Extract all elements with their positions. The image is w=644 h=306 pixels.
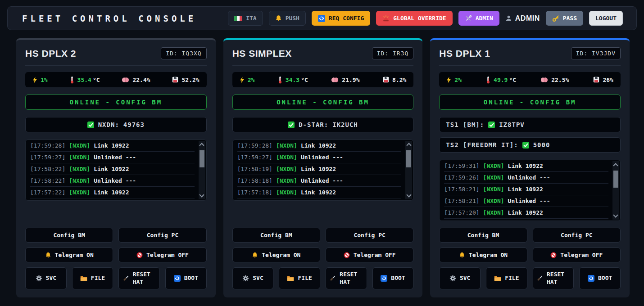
power-stat: 2% [446, 76, 462, 83]
pass-button[interactable]: PASS [546, 11, 583, 26]
cpu-stat: 22.4% [122, 76, 150, 83]
log-row: [17:59:28][NXDN]Link 10922 [30, 140, 195, 152]
mode-nxdn: NXDN: 49763 [25, 117, 207, 132]
sync-icon [588, 275, 594, 282]
log-row: [17:59:27][NXDN]Unlinked --- [237, 152, 402, 163]
device-id-badge: ID: IR3Q [372, 47, 414, 59]
header-controls: ITA PUSH REQ CONFIG GLOBAL OVERRIDE ADMI… [228, 11, 623, 26]
mode-dstar: D-STAR: IK2UCH [232, 117, 414, 132]
admin-button[interactable]: ADMIN [458, 11, 499, 26]
admin-user-label: ADMIN [515, 14, 540, 22]
language-button[interactable]: ITA [228, 11, 263, 26]
log-row: [17:58:18][NXDN]Unlinked --- [237, 175, 402, 187]
gear-icon [449, 275, 456, 282]
prohibited-icon [550, 252, 557, 258]
config-pc-button[interactable]: Config PC [326, 228, 413, 243]
log-row: [17:59:27][NXDN]Unlinked --- [30, 152, 195, 163]
device-id-badge: ID: IV3JDV [571, 47, 621, 59]
config-bm-button[interactable]: Config BM [232, 228, 320, 243]
telegram-on-button[interactable]: Telegram ON [25, 248, 113, 262]
svc-button[interactable]: SVC [439, 267, 481, 289]
sync-icon [318, 15, 325, 22]
checkbox-checked-icon [488, 122, 495, 128]
boot-button[interactable]: BOOT [579, 267, 621, 289]
file-button[interactable]: FILE [279, 267, 320, 289]
gear-icon [242, 275, 249, 282]
user-icon [505, 15, 512, 22]
log-row: [17:57:20][NXDN]Link 10922 [444, 207, 608, 219]
telegram-on-button[interactable]: Telegram ON [232, 248, 320, 262]
scroll-up-icon[interactable] [199, 143, 204, 148]
push-label: PUSH [286, 15, 299, 22]
file-button[interactable]: FILE [72, 267, 113, 289]
config-pc-button[interactable]: Config PC [118, 228, 206, 243]
admin-button-label: ADMIN [476, 15, 493, 22]
scroll-up-icon[interactable] [406, 143, 411, 148]
scrollbar-thumb[interactable] [200, 150, 204, 167]
log-panel[interactable]: [17:59:28][NXDN]Link 10922 [17:59:27][NX… [232, 140, 414, 201]
svc-button[interactable]: SVC [25, 267, 67, 289]
prohibited-icon [136, 252, 143, 258]
global-override-label: GLOBAL OVERRIDE [393, 15, 446, 22]
scrollbar-thumb[interactable] [613, 171, 618, 188]
mode-value: 49763 [123, 121, 145, 128]
fleet-cards: HS DPLX 2 ID: IQ3XQ 1% 35.4°C 22.4% 52.2… [0, 30, 644, 297]
mode-label: TS2 [FREEDMR IT]: [446, 141, 518, 148]
config-pc-button[interactable]: Config PC [533, 228, 621, 243]
scroll-down-icon[interactable] [406, 192, 411, 197]
app-title: FLEET CONTROL CONSOLE [22, 14, 196, 23]
scroll-down-icon[interactable] [613, 212, 618, 217]
log-panel[interactable]: [17:59:31][NXDN]Link 10922 [17:59:26][NX… [439, 160, 621, 221]
config-bm-button[interactable]: Config BM [25, 228, 113, 243]
scrollbar-thumb[interactable] [406, 150, 411, 167]
req-config-button[interactable]: REQ CONFIG [312, 11, 370, 26]
log-scrollbar[interactable] [612, 161, 619, 220]
boot-button[interactable]: BOOT [165, 267, 207, 289]
folder-icon [494, 275, 501, 281]
telegram-off-button[interactable]: Telegram OFF [118, 248, 206, 262]
cpu-stat: 22.5% [540, 76, 569, 83]
logout-button[interactable]: LOGOUT [589, 11, 623, 26]
screwdriver-icon [329, 275, 336, 282]
log-scrollbar[interactable] [405, 141, 412, 199]
status-banner: ONLINE - CONFIG BM [439, 94, 621, 110]
global-override-button[interactable]: GLOBAL OVERRIDE [376, 11, 452, 26]
telegram-off-button[interactable]: Telegram OFF [533, 248, 621, 262]
log-row: [17:58:19][NXDN]Link 10922 [237, 163, 402, 175]
card-title: HS DPLX 1 [439, 48, 490, 59]
checkbox-checked-icon [87, 122, 94, 128]
log-row: [17:57:22][NXDN]Link 10922 [30, 187, 195, 198]
file-button[interactable]: FILE [486, 267, 527, 289]
hammer-wrench-icon [465, 15, 472, 22]
boot-button[interactable]: BOOT [372, 267, 414, 289]
log-row: [17:59:31][NXDN]Link 10922 [444, 160, 608, 172]
bell-icon [252, 252, 258, 258]
config-bm-button[interactable]: Config BM [439, 228, 527, 243]
folder-icon [80, 275, 87, 281]
admin-user-chip[interactable]: ADMIN [505, 14, 540, 22]
log-row: [17:58:22][NXDN]Unlinked --- [30, 175, 195, 187]
svc-button[interactable]: SVC [232, 267, 274, 289]
log-row: [17:58:21][NXDN]Unlinked --- [444, 195, 608, 207]
push-button[interactable]: PUSH [269, 11, 306, 26]
log-lines: [17:59:28][NXDN]Link 10922 [17:59:27][NX… [26, 140, 206, 198]
log-panel[interactable]: [17:59:28][NXDN]Link 10922 [17:59:27][NX… [25, 140, 207, 201]
scroll-up-icon[interactable] [613, 163, 618, 168]
reset-hat-button[interactable]: RESET HAT [118, 267, 160, 289]
reset-hat-button[interactable]: RESET HAT [533, 267, 574, 289]
device-card-hs-simplex: HS SIMPLEX ID: IR3Q 2% 34.3°C 21.9% 8.2%… [223, 38, 423, 297]
temperature-stat: 35.4°C [70, 76, 100, 84]
card-title: HS DPLX 2 [25, 48, 76, 59]
log-lines: [17:59:31][NXDN]Link 10922 [17:59:26][NX… [440, 160, 620, 219]
device-card-hs-dplx-1: HS DPLX 1 ID: IV3JDV 2% 49.9°C 22.5% 26%… [430, 38, 630, 297]
mode-ts2: TS2 [FREEDMR IT]: 5000 [439, 137, 621, 153]
telegram-off-button[interactable]: Telegram OFF [326, 248, 413, 262]
screwdriver-icon [122, 275, 129, 282]
brain-icon [122, 77, 129, 83]
reset-hat-button[interactable]: RESET HAT [326, 267, 367, 289]
floppy-disk-icon [172, 76, 178, 83]
telegram-on-button[interactable]: Telegram ON [439, 248, 527, 262]
scroll-down-icon[interactable] [199, 192, 204, 197]
card-actions: Config BM Config PC Telegram ON Telegram… [232, 228, 414, 289]
log-scrollbar[interactable] [199, 141, 205, 199]
